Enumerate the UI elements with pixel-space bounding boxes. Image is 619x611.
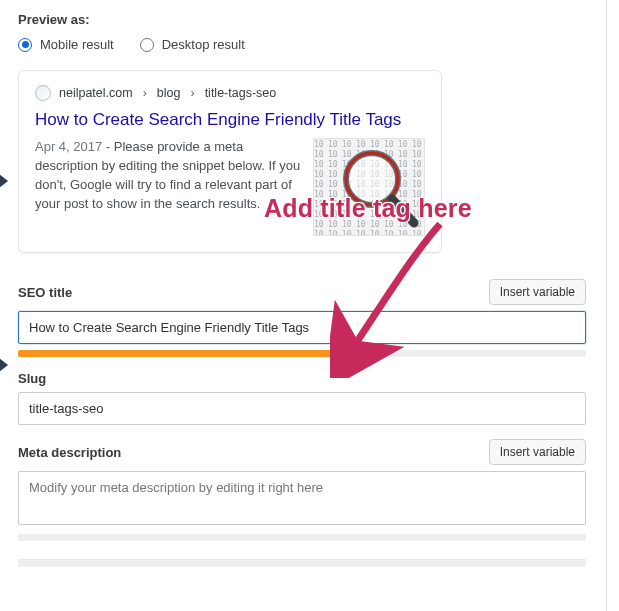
serp-body: Apr 4, 2017 - Please provide a meta desc… bbox=[35, 138, 425, 236]
radio-label: Desktop result bbox=[162, 37, 245, 52]
meta-description-progress bbox=[18, 534, 586, 541]
preview-mode-group: Mobile result Desktop result bbox=[18, 37, 586, 52]
radio-dot-icon bbox=[140, 38, 154, 52]
field-meta-description: Meta description Insert variable bbox=[18, 439, 586, 541]
radio-mobile-result[interactable]: Mobile result bbox=[18, 37, 114, 52]
breadcrumb-part: title-tags-seo bbox=[205, 86, 277, 100]
meta-description-input[interactable] bbox=[18, 471, 586, 525]
breadcrumb-sep-icon: › bbox=[143, 86, 147, 100]
breadcrumb-domain: neilpatel.com bbox=[59, 86, 133, 100]
yoast-snippet-panel: Preview as: Mobile result Desktop result… bbox=[8, 0, 607, 611]
edge-caret-icon bbox=[0, 174, 8, 188]
insert-variable-button[interactable]: Insert variable bbox=[489, 279, 586, 305]
edge-caret-icon bbox=[0, 358, 8, 372]
magnifier-binary-icon: 10 bbox=[314, 139, 424, 235]
serp-date-dash: - bbox=[102, 139, 114, 154]
serp-date: Apr 4, 2017 bbox=[35, 139, 102, 154]
field-slug: Slug bbox=[18, 371, 586, 425]
serp-title-link[interactable]: How to Create Search Engine Friendly Tit… bbox=[35, 109, 425, 130]
slug-input[interactable] bbox=[18, 392, 586, 425]
panel-bottom-divider bbox=[18, 559, 586, 567]
globe-favicon-icon bbox=[35, 85, 51, 101]
preview-as-label: Preview as: bbox=[18, 12, 586, 27]
meta-description-label: Meta description bbox=[18, 445, 121, 460]
radio-dot-icon bbox=[18, 38, 32, 52]
slug-label: Slug bbox=[18, 371, 46, 386]
serp-description: Apr 4, 2017 - Please provide a meta desc… bbox=[35, 138, 301, 236]
serp-breadcrumb: neilpatel.com › blog › title-tags-seo bbox=[35, 85, 425, 101]
field-seo-title: SEO title Insert variable bbox=[18, 279, 586, 357]
screenshot-stage: Preview as: Mobile result Desktop result… bbox=[0, 0, 619, 611]
radio-desktop-result[interactable]: Desktop result bbox=[140, 37, 245, 52]
serp-preview-card: neilpatel.com › blog › title-tags-seo Ho… bbox=[18, 70, 442, 253]
breadcrumb-part: blog bbox=[157, 86, 181, 100]
insert-variable-button[interactable]: Insert variable bbox=[489, 439, 586, 465]
breadcrumb-sep-icon: › bbox=[190, 86, 194, 100]
seo-title-label: SEO title bbox=[18, 285, 72, 300]
seo-title-progress bbox=[18, 350, 586, 357]
seo-title-progress-bar bbox=[18, 350, 370, 357]
radio-label: Mobile result bbox=[40, 37, 114, 52]
seo-title-input[interactable] bbox=[18, 311, 586, 344]
serp-thumbnail: 10 bbox=[313, 138, 425, 236]
